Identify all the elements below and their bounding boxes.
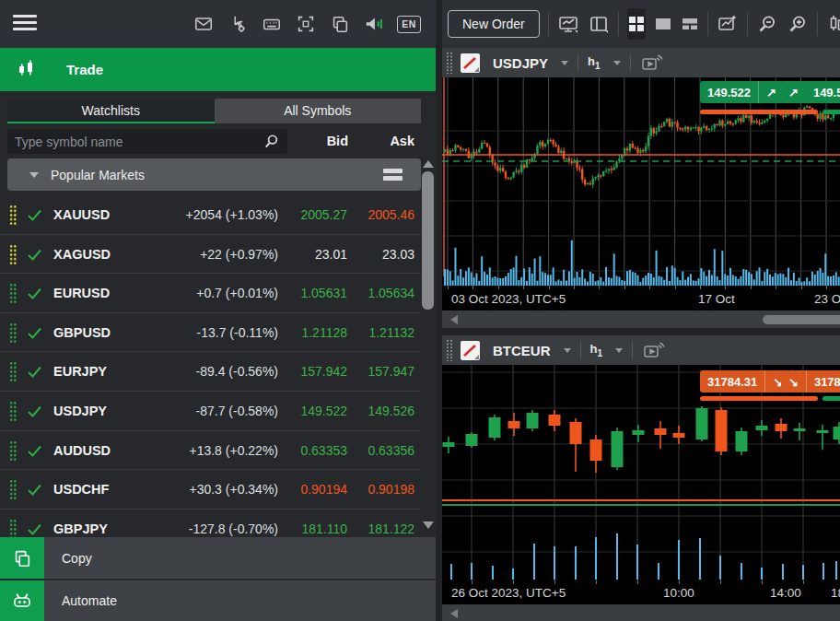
bid-price[interactable]: 1.05631 (300, 274, 347, 313)
chart-symbol-label[interactable]: USDJPY (493, 55, 548, 71)
symbol-dropdown-icon[interactable] (564, 348, 571, 353)
chart-type-icon[interactable] (461, 53, 480, 73)
bid-price[interactable]: 149.522 (300, 392, 347, 431)
candles-icon[interactable] (826, 13, 840, 35)
chart-scrollbar-thumb[interactable] (763, 315, 840, 324)
envelope-icon[interactable] (192, 13, 215, 35)
list-scroll-down-icon[interactable] (423, 521, 434, 529)
bid-price[interactable]: 157.942 (300, 352, 347, 392)
symbol-row-eurjpy[interactable]: EURJPY-89.4 (-0.56%)157.942157.947 (0, 352, 421, 392)
copy-icon[interactable] (329, 13, 351, 35)
symbol-change: -13.7 (-0.11%) (197, 313, 278, 353)
split-layout-icon[interactable] (681, 13, 699, 35)
drag-handle[interactable] (9, 244, 17, 265)
zoom-in-icon[interactable] (787, 13, 809, 35)
check-icon[interactable] (27, 248, 42, 262)
trade-panel-header[interactable]: Trade (0, 48, 436, 91)
chart-drag-handle[interactable] (446, 52, 453, 74)
single-layout-icon[interactable] (654, 13, 672, 35)
language-selector[interactable]: EN (397, 16, 421, 33)
check-icon[interactable] (27, 365, 42, 379)
drag-handle[interactable] (9, 283, 17, 304)
bid-price[interactable]: 0.90194 (300, 470, 347, 510)
group-menu-icon[interactable] (383, 169, 402, 181)
scroll-left-icon[interactable] (450, 609, 458, 618)
bid-price[interactable]: 1.21128 (301, 313, 347, 353)
symbol-search-input[interactable] (15, 129, 245, 154)
drag-handle[interactable] (9, 479, 17, 500)
btceur-chart-canvas[interactable]: 31784.31↘ ↘31787 (442, 365, 840, 580)
new-order-button[interactable]: New Order (448, 10, 540, 38)
timeframe-dropdown-icon[interactable] (615, 348, 623, 353)
chart-edit-icon[interactable] (717, 13, 739, 35)
menu-item-label: Automate (62, 593, 117, 608)
tab-watchlists[interactable]: Watchlists (7, 99, 215, 123)
drag-handle[interactable] (9, 205, 17, 226)
usdjpy-chart-canvas[interactable]: 149.522↗ ↗149.526 (442, 77, 840, 286)
axis-label: 10:00 (663, 586, 694, 600)
check-icon[interactable] (27, 404, 42, 418)
check-icon[interactable] (27, 326, 42, 340)
context-menu-item-automate[interactable]: Automate (0, 580, 436, 621)
check-icon[interactable] (27, 483, 42, 497)
ask-price[interactable]: 157.947 (368, 352, 414, 392)
drag-handle[interactable] (9, 361, 17, 382)
symbol-dropdown-icon[interactable] (561, 61, 568, 65)
timeframe-label[interactable]: h1 (588, 54, 601, 71)
context-menu-item-copy[interactable]: Copy (0, 537, 436, 579)
group-popular-markets[interactable]: Popular Markets (7, 158, 421, 191)
trade-panel: Trade Watchlists All Symbols Bid Ask Pop… (0, 48, 436, 621)
broadcast-icon[interactable] (640, 53, 664, 73)
broadcast-icon[interactable] (642, 340, 666, 360)
fullscreen-icon[interactable] (295, 13, 317, 35)
bid-price[interactable]: 2005.27 (300, 195, 347, 235)
symbol-row-usdjpy[interactable]: USDJPY-87.7 (-0.58%)149.522149.526 (0, 392, 421, 431)
symbol-row-xauusd[interactable]: XAUUSD+2054 (+1.03%)2005.272005.46 (0, 195, 421, 235)
chart-drag-handle[interactable] (446, 339, 453, 361)
check-icon[interactable] (27, 287, 42, 300)
ask-price[interactable]: 0.63356 (368, 431, 414, 471)
keyboard-icon[interactable] (261, 13, 283, 35)
cursor-settings-icon[interactable] (227, 13, 249, 35)
timeframe-label[interactable]: h1 (590, 342, 603, 358)
grid-layout-icon[interactable] (627, 8, 646, 40)
chart-type-icon[interactable] (461, 341, 480, 360)
screen-share-icon[interactable] (557, 13, 579, 35)
zoom-out-icon[interactable] (756, 13, 778, 35)
symbol-row-xagusd[interactable]: XAGUSD+22 (+0.97%)23.0123.03 (0, 235, 421, 275)
layout-icon[interactable] (588, 13, 610, 35)
tab-all-symbols[interactable]: All Symbols (215, 99, 422, 123)
main-menu-icon[interactable] (13, 15, 37, 33)
drag-handle[interactable] (9, 440, 17, 462)
volume-icon[interactable] (363, 13, 385, 35)
symbol-change: -89.4 (-0.56%) (196, 352, 278, 392)
bid-price[interactable]: 23.01 (315, 235, 347, 275)
ask-price[interactable]: 1.21132 (368, 313, 414, 353)
drag-handle[interactable] (9, 401, 17, 422)
symbol-row-audusd[interactable]: AUDUSD+13.8 (+0.22%)0.633530.63356 (0, 431, 421, 471)
symbol-row-usdchf[interactable]: USDCHF+30.3 (+0.34%)0.901940.90198 (0, 470, 421, 510)
check-icon[interactable] (27, 208, 42, 222)
check-icon[interactable] (27, 444, 42, 458)
time-axis[interactable]: 26 Oct 2023, UTC+510:0014:0018:00 (442, 580, 840, 604)
timeframe-dropdown-icon[interactable] (613, 61, 621, 65)
time-axis[interactable]: 03 Oct 2023, UTC+517 Oct23 Oct (442, 286, 840, 310)
robot-icon (0, 580, 44, 621)
ask-price[interactable]: 23.03 (382, 235, 414, 275)
ask-price[interactable]: 149.526 (368, 392, 414, 431)
trading-app: EN New Order (0, 0, 840, 621)
axis-label: 23 Oct (814, 291, 840, 305)
drag-handle[interactable] (9, 322, 17, 344)
scroll-left-icon[interactable] (450, 315, 458, 324)
symbol-row-gbpusd[interactable]: GBPUSD-13.7 (-0.11%)1.211281.21132 (0, 313, 421, 353)
list-scrollbar-thumb[interactable] (422, 171, 434, 310)
symbol-row-eurusd[interactable]: EURUSD+0.7 (+0.01%)1.056311.05634 (0, 274, 421, 313)
chart-symbol-label[interactable]: BTCEUR (493, 343, 551, 358)
bid-price[interactable]: 0.63353 (300, 431, 347, 471)
list-scroll-up-icon[interactable] (423, 160, 434, 168)
ask-price[interactable]: 1.05634 (368, 274, 414, 313)
ask-price[interactable]: 0.90198 (368, 470, 414, 510)
search-icon[interactable] (262, 133, 280, 150)
ask-price[interactable]: 2005.46 (368, 195, 414, 235)
check-icon[interactable] (27, 522, 42, 536)
